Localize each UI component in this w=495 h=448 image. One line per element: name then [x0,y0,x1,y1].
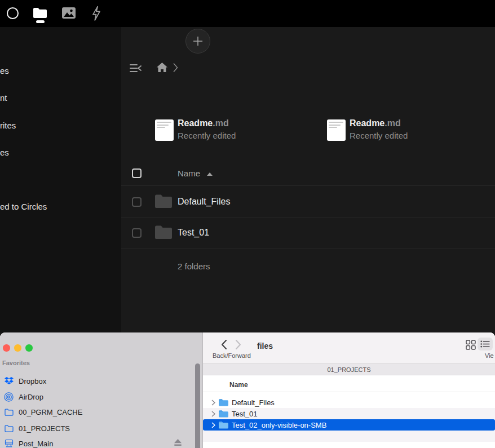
plus-icon [193,36,203,46]
favorites-section-label: Favorites [2,360,30,366]
grid-view-icon [466,340,476,350]
sidebar-item-label: AirDrop [19,393,43,401]
sidebar-item-label: Dropbox [19,377,46,385]
breadcrumb-home-button[interactable] [157,63,167,73]
blue-folder-icon [219,410,228,418]
view-caption: Vie [485,352,494,359]
folder-icon [155,194,172,209]
file-name: Default_Files [232,398,275,407]
dropbox-icon [4,377,14,385]
disclosure-chevron-icon[interactable] [211,411,216,417]
recent-file-card[interactable]: Readme.md Recently edited [327,118,495,152]
list-view-button[interactable] [478,338,493,351]
folder-icon [155,225,172,239]
finder-row-test-01[interactable]: Test_01 [203,408,495,419]
home-icon [157,63,167,73]
finder-window: Favorites Dropbox AirDrop 00_PGRM_CACHE … [0,332,495,448]
collapse-sidebar-button[interactable] [130,63,142,73]
eject-icon [174,439,182,446]
finder-row-empty [203,431,495,442]
select-all-checkbox[interactable] [132,168,142,178]
photos-app-button[interactable] [62,7,76,21]
sidebar-item-01-projects[interactable]: 01_PROJECTS [0,422,195,434]
recent-file-status: Recently edited [350,131,408,140]
sidebar-item-recent[interactable]: nt [0,93,7,103]
nextcloud-files-main: Readme.md Recently edited Readme.md Rece… [121,27,495,332]
file-name[interactable]: Test_01 [178,228,209,238]
zoom-button[interactable] [25,344,33,352]
document-thumbnail-icon [327,119,346,141]
sidebar-item-post-main[interactable]: Post_Main [0,437,195,448]
finder-toolbar: files Back/Forward Vie [203,332,495,363]
minimize-button[interactable] [14,344,21,352]
sidebar-item-all-files[interactable]: es [0,66,9,76]
active-app-indicator [36,20,45,23]
sidebar-item-shared-to-circles[interactable]: ed to Circles [0,202,47,212]
row-divider [121,218,495,218]
finder-sidebar: Favorites Dropbox AirDrop 00_PGRM_CACHE … [0,332,203,448]
chevron-left-icon [220,339,227,350]
row-divider [121,249,495,249]
row-checkbox[interactable] [132,197,142,207]
nextcloud-sidebar: es nt rites es ed to Circles [0,27,121,332]
sidebar-item-label: Post_Main [19,440,53,448]
grid-view-button[interactable] [466,340,476,350]
chevron-right-icon [235,339,242,350]
recent-file-name: Readme.md [350,118,401,128]
finder-row-default-files[interactable]: Default_Files [203,397,495,408]
forward-button[interactable] [235,339,243,351]
sidebar-item-label: 01_PROJECTS [19,424,70,433]
document-thumbnail-icon [155,119,174,141]
lightning-icon [91,6,101,21]
sidebar-item-airdrop[interactable]: AirDrop [0,391,195,403]
photos-icon [62,7,76,19]
eject-button[interactable] [174,438,183,446]
name-column-header[interactable]: Name [178,168,200,178]
row-checkbox[interactable] [132,228,142,238]
sidebar-item-label: 00_PGRM_CACHE [19,408,82,416]
files-app-button[interactable] [33,7,47,21]
blue-folder-icon [219,399,228,406]
sidebar-item-shares[interactable]: es [0,148,9,158]
row-divider [121,185,495,186]
blue-folder-icon [219,422,228,429]
close-button[interactable] [3,344,10,352]
folder-outline-icon [4,425,14,432]
recent-file-name: Readme.md [178,118,229,128]
circle-logo-icon[interactable] [7,7,19,19]
sidebar-item-00-pgrm-cache[interactable]: 00_PGRM_CACHE [0,406,195,418]
back-forward-caption: Back/Forward [213,352,251,359]
external-drive-icon [4,439,14,448]
airdrop-icon [4,392,14,402]
sidebar-scrollbar[interactable] [195,363,200,448]
disclosure-chevron-icon[interactable] [211,400,216,406]
sidebar-item-dropbox[interactable]: Dropbox [0,375,195,387]
new-file-button[interactable] [185,29,210,54]
disclosure-chevron-icon[interactable] [211,422,216,428]
recent-file-status: Recently edited [178,131,236,140]
app-header [0,0,495,27]
finder-row-test-02-selected[interactable]: Test_02_only-visible-on-SMB [203,419,495,431]
name-column-header[interactable]: Name [229,381,248,389]
back-button[interactable] [220,339,228,351]
folder-outline-icon [4,409,14,416]
folder-count-summary: 2 folders [178,261,210,271]
finder-main: files Back/Forward Vie 01_PROJECTS Name … [203,332,495,448]
window-title: files [257,341,273,351]
path-bar[interactable]: 01_PROJECTS [203,363,495,375]
header-divider [203,392,495,392]
sidebar-item-favorites[interactable]: rites [0,121,16,131]
current-path: 01_PROJECTS [327,366,370,373]
list-view-icon [480,340,490,348]
folder-icon [33,7,47,19]
sort-ascending-icon [207,172,213,176]
file-name: Test_01 [232,410,258,418]
file-name[interactable]: Default_Files [178,197,230,207]
recent-file-card[interactable]: Readme.md Recently edited [155,118,324,152]
activity-app-button[interactable] [91,6,101,24]
breadcrumb-chevron-icon [172,63,179,73]
file-name: Test_02_only-visible-on-SMB [232,421,326,429]
